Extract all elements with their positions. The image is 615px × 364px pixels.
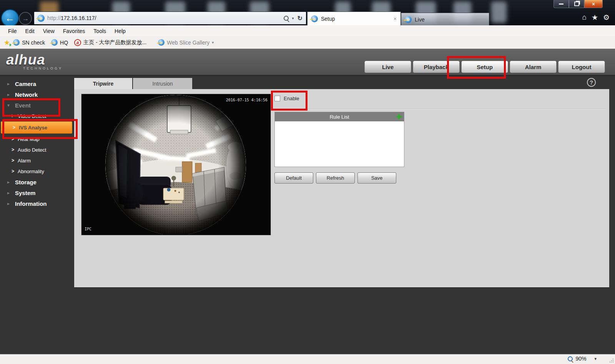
screen: × ← → e http:// 172.16.16.117/ ▾ ↻ e Set…	[0, 0, 615, 364]
sidebar-item-storage[interactable]: ► Storage	[0, 177, 73, 187]
address-bar[interactable]: e http:// 172.16.16.117/ ▾ ↻	[34, 12, 306, 25]
back-icon: ←	[5, 12, 15, 24]
menu-edit[interactable]: Edit	[21, 28, 39, 34]
browser-tab-label: Live	[415, 17, 425, 23]
nav-setup-button[interactable]: Setup	[461, 61, 508, 73]
zoom-lens-icon	[568, 356, 573, 361]
sidebar-item-video-detect[interactable]: > Video Detect	[0, 111, 73, 121]
save-button[interactable]: Save	[357, 172, 396, 184]
video-timestamp: 2016-07-15 4:16:56	[226, 98, 268, 102]
tab-intrusion[interactable]: Intrusion	[133, 78, 192, 89]
sidebar-item-camera[interactable]: ► Camera	[0, 78, 73, 89]
chevron-down-icon[interactable]: ▾	[594, 356, 597, 361]
camera-preview[interactable]: 2016-07-15 4:16:56 IPC	[81, 94, 271, 235]
close-button[interactable]: ×	[584, 0, 603, 8]
gear-icon[interactable]: ⚙	[603, 13, 610, 22]
restore-button[interactable]	[569, 0, 584, 8]
menu-tools[interactable]: Tools	[89, 28, 110, 34]
app-header: alhua TECHNOLOGY Live Playback Setup Ala…	[0, 49, 615, 76]
enable-checkbox[interactable]	[274, 96, 280, 101]
refresh-icon[interactable]: ↻	[298, 15, 303, 22]
close-icon: ×	[592, 1, 595, 7]
resize-grip[interactable]	[609, 358, 613, 362]
zoom-control[interactable]: 90% ▾	[568, 356, 597, 362]
sidebar-item-audio-detect[interactable]: > Audio Detect	[0, 144, 73, 155]
dahua-icon: a	[74, 39, 81, 46]
url-host: 172.16.16.117/	[61, 15, 96, 21]
chevron-right-icon: >	[13, 125, 15, 130]
sidebar-item-alarm[interactable]: > Alarm	[0, 155, 73, 166]
browser-title-bar: × ← → e http:// 172.16.16.117/ ▾ ↻ e Set…	[0, 0, 615, 25]
add-favorite-star-icon[interactable]: ★	[4, 38, 10, 47]
forward-button[interactable]: →	[19, 12, 32, 25]
fisheye-image	[81, 94, 270, 234]
favorite-sn-check[interactable]: e SN check	[13, 39, 45, 46]
back-button[interactable]: ←	[1, 9, 19, 25]
browser-command-icons: ⌂ ★ ⚙	[582, 13, 610, 22]
sidebar-item-heat-map[interactable]: > Heat Map	[0, 134, 73, 144]
zoom-level: 90%	[575, 356, 586, 362]
ie-page-icon: e	[13, 39, 20, 46]
favorite-web-slice-gallery[interactable]: e Web Slice Gallery ▾	[158, 39, 214, 46]
taskbar-thumbnail	[491, 2, 507, 23]
favorite-hq[interactable]: e HQ	[51, 39, 68, 46]
nav-alarm-button[interactable]: Alarm	[510, 61, 557, 73]
collapsed-arrow-icon: ►	[7, 202, 11, 206]
tab-tripwire[interactable]: Tripwire	[74, 78, 132, 89]
enable-row: Enable	[274, 96, 299, 101]
add-rule-icon[interactable]	[396, 114, 402, 119]
sidebar-item-event[interactable]: ▼ Event	[0, 100, 73, 111]
home-icon[interactable]: ⌂	[582, 13, 586, 22]
browser-tab-setup[interactable]: e Setup ×	[307, 12, 401, 25]
nav-live-button[interactable]: Live	[364, 61, 411, 73]
rule-list: Rule List	[274, 112, 404, 167]
collapsed-arrow-icon: ►	[7, 191, 11, 195]
chevron-right-icon: >	[12, 147, 14, 152]
sidebar-item-abnormality[interactable]: > Abnormality	[0, 166, 73, 177]
menu-help[interactable]: Help	[110, 28, 130, 34]
sidebar-item-network[interactable]: ► Network	[0, 89, 73, 100]
sidebar-item-ivs-analyse[interactable]: > IVS Analyse	[1, 121, 72, 134]
sidebar-item-system[interactable]: ► System	[0, 187, 73, 198]
menu-view[interactable]: View	[39, 28, 59, 34]
nav-logout-button[interactable]: Logout	[558, 61, 605, 73]
minimize-icon	[559, 3, 563, 5]
ie-page-icon: e	[51, 39, 58, 46]
menu-favorites[interactable]: Favorites	[59, 28, 90, 34]
logo-tagline: TECHNOLOGY	[23, 66, 63, 70]
chevron-right-icon: >	[12, 158, 14, 163]
ie-page-icon: e	[405, 16, 412, 23]
browser-tab-label: Setup	[321, 16, 335, 22]
ie-page-icon: e	[37, 15, 45, 22]
enable-label: Enable	[284, 96, 299, 101]
status-bar: 90% ▾	[0, 354, 615, 364]
address-bar-icons: ▾ ↻	[284, 15, 306, 22]
browser-tab-live[interactable]: e Live	[401, 13, 489, 25]
dahua-logo: alhua TECHNOLOGY	[6, 52, 63, 70]
collapsed-arrow-icon: ►	[7, 180, 11, 184]
ie-page-icon: e	[311, 15, 318, 22]
restore-icon	[574, 2, 579, 6]
section-divider	[274, 109, 606, 109]
action-buttons: Default Refresh Save	[274, 172, 396, 184]
favorites-star-icon[interactable]: ★	[592, 13, 598, 22]
default-button[interactable]: Default	[274, 172, 313, 184]
sidebar-item-information[interactable]: ► Information	[0, 198, 73, 209]
nav-playback-button[interactable]: Playback	[413, 61, 460, 73]
help-icon[interactable]: ?	[587, 78, 596, 87]
refresh-button[interactable]: Refresh	[316, 172, 355, 184]
url-scheme: http://	[47, 15, 61, 21]
autocomplete-caret-icon[interactable]: ▾	[292, 16, 294, 20]
menu-file[interactable]: File	[4, 28, 21, 34]
forward-icon: →	[22, 15, 29, 23]
main-nav: Live Playback Setup Alarm Logout	[364, 61, 605, 73]
favorite-dahua-home[interactable]: a 主页 - 大华产品数据发放...	[74, 39, 146, 46]
chevron-right-icon: >	[12, 169, 14, 174]
minimize-button[interactable]	[554, 0, 569, 8]
menu-bar: File Edit View Favorites Tools Help	[0, 25, 615, 36]
search-icon[interactable]	[284, 16, 289, 21]
rule-list-title: Rule List	[275, 114, 404, 120]
logo-text: alhua	[6, 52, 63, 68]
ie-page-icon: e	[158, 39, 165, 46]
tab-close-icon[interactable]: ×	[394, 16, 397, 22]
